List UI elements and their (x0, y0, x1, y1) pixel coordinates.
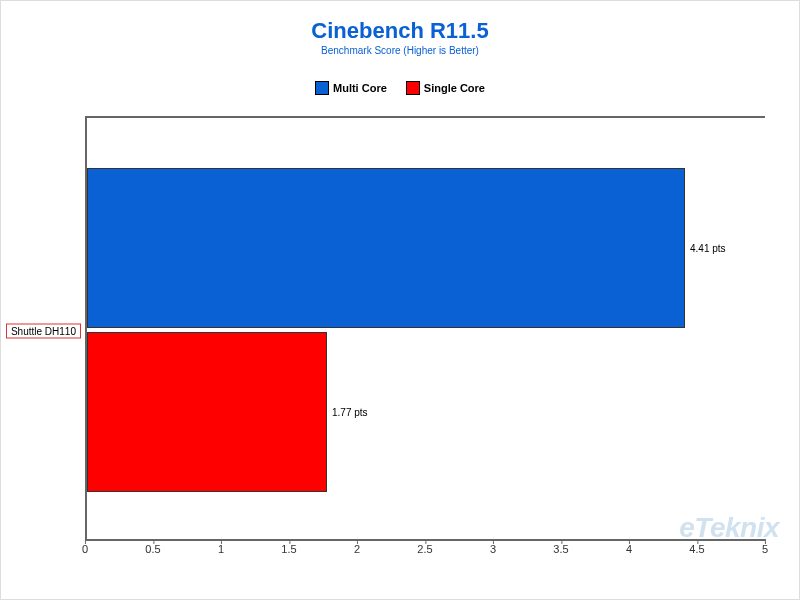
x-tick: 4.5 (689, 543, 704, 555)
bar-label-single: 1.77 pts (332, 407, 368, 418)
x-axis: 0 0.5 1 1.5 2 2.5 3 3.5 4 4.5 5 (85, 543, 765, 563)
bar-label-multi: 4.41 pts (690, 243, 726, 254)
legend-swatch-multi (315, 81, 329, 95)
x-tick: 3.5 (553, 543, 568, 555)
legend-label-multi: Multi Core (333, 82, 387, 94)
legend-item-single: Single Core (406, 81, 485, 95)
x-tick: 2 (354, 543, 360, 555)
x-tick: 4 (626, 543, 632, 555)
watermark-logo: eTeknix (679, 512, 779, 544)
chart-subtitle: Benchmark Score (Higher is Better) (1, 45, 799, 56)
x-tick: 0.5 (145, 543, 160, 555)
x-tick: 1.5 (281, 543, 296, 555)
x-tick: 5 (762, 543, 768, 555)
bar-multi-core: 4.41 pts (87, 168, 685, 328)
title-block: Cinebench R11.5 Benchmark Score (Higher … (1, 1, 799, 56)
x-tick: 3 (490, 543, 496, 555)
y-axis-category-label: Shuttle DH110 (6, 323, 81, 338)
legend-item-multi: Multi Core (315, 81, 387, 95)
chart-title: Cinebench R11.5 (1, 19, 799, 43)
x-tick: 2.5 (417, 543, 432, 555)
legend-label-single: Single Core (424, 82, 485, 94)
bar-single-core: 1.77 pts (87, 332, 327, 492)
x-tick: 0 (82, 543, 88, 555)
chart-container: Cinebench R11.5 Benchmark Score (Higher … (0, 0, 800, 600)
legend: Multi Core Single Core (1, 81, 799, 97)
plot-area: Shuttle DH110 4.41 pts 1.77 pts (85, 116, 765, 541)
legend-swatch-single (406, 81, 420, 95)
bar-group: Shuttle DH110 4.41 pts 1.77 pts (87, 168, 765, 493)
x-tick: 1 (218, 543, 224, 555)
